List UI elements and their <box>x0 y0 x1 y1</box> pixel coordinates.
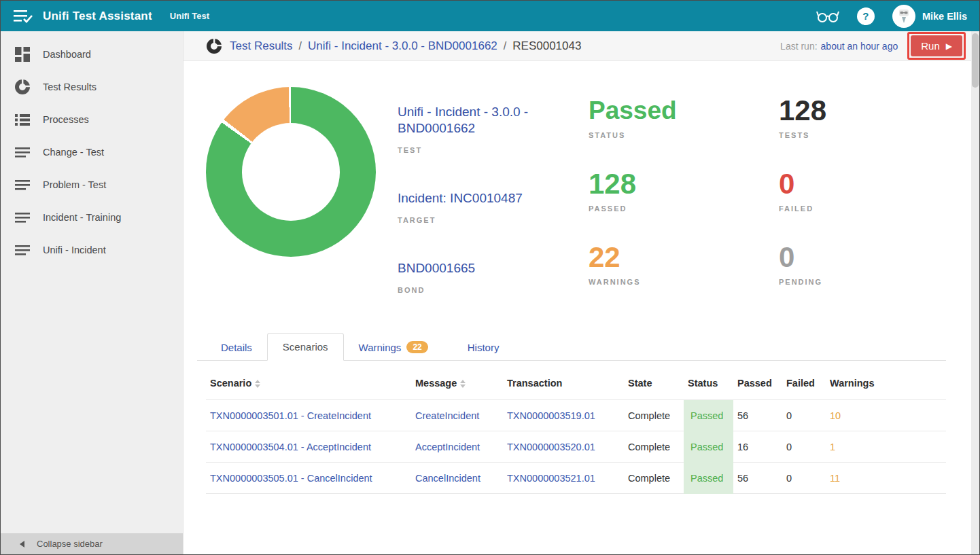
run-button-highlight-annotation: Run ▶ <box>907 32 966 60</box>
run-button[interactable]: Run ▶ <box>911 35 962 56</box>
stat-failed-value: 0 <box>779 168 969 200</box>
stat-warnings-value: 22 <box>589 241 779 274</box>
scenario-link[interactable]: TXN0000003504.01 - AcceptIncident <box>210 442 371 452</box>
app-subtitle: Unifi Test <box>170 11 209 21</box>
breadcrumb-link-test-results[interactable]: Test Results <box>230 39 293 52</box>
stat-passed: 128 PASSED <box>589 168 779 241</box>
top-header: Unifi Test Assistant Unifi Test ? <box>1 1 979 31</box>
run-button-label: Run <box>921 40 940 52</box>
failed-cell: 0 <box>782 463 826 494</box>
vertical-scrollbar[interactable] <box>971 31 979 554</box>
sort-icon[interactable] <box>460 380 466 388</box>
stat-pending-value: 0 <box>779 241 969 274</box>
table-header-row: Scenario Message Transaction State Statu… <box>206 367 946 400</box>
status-badge: Passed <box>684 400 733 431</box>
sidebar-item-problem-test[interactable]: Problem - Test <box>1 168 183 201</box>
tab-details-label: Details <box>221 342 252 353</box>
result-donut-chart <box>206 87 376 257</box>
scenario-link[interactable]: TXN0000003501.01 - CreateIncident <box>210 410 371 421</box>
collapse-sidebar-button[interactable]: Collapse sidebar <box>1 533 183 554</box>
tab-history[interactable]: History <box>453 334 514 361</box>
stat-passed-value: 128 <box>589 168 779 200</box>
passed-cell: 16 <box>733 431 782 463</box>
bond-label: BOND <box>398 286 557 294</box>
stat-tests-value: 128 <box>779 94 969 127</box>
table-row: TXN0000003505.01 - CancelIncident Cancel… <box>206 463 946 494</box>
message-link[interactable]: CreateIncident <box>415 410 479 421</box>
app-window: Unifi Test Assistant Unifi Test ? <box>0 0 980 555</box>
help-icon[interactable]: ? <box>857 7 875 25</box>
sidebar-item-label: Change - Test <box>43 147 104 158</box>
transaction-link[interactable]: TXN0000003520.01 <box>507 442 595 452</box>
transaction-link[interactable]: TXN0000003521.01 <box>507 473 595 484</box>
column-header-passed: Passed <box>733 367 782 400</box>
menu-toggle-icon[interactable] <box>13 8 33 24</box>
tab-details[interactable]: Details <box>206 334 267 361</box>
breadcrumb-link-test[interactable]: Unifi - Incident - 3.0.0 - BND0001662 <box>308 39 497 52</box>
scrollbar-thumb[interactable] <box>972 33 979 88</box>
last-run-label: Last run: <box>780 41 817 52</box>
warnings-cell: 10 <box>826 400 946 431</box>
test-label: TEST <box>398 146 557 154</box>
header-actions: ? Mike Ellis <box>816 5 967 28</box>
stat-failed: 0 FAILED <box>779 168 969 241</box>
breadcrumb: Test Results/Unifi - Incident - 3.0.0 - … <box>230 39 581 53</box>
stat-pending: 0 PENDING <box>779 241 969 315</box>
table-row: TXN0000003501.01 - CreateIncident Create… <box>206 400 946 431</box>
stat-tests-label: TESTS <box>779 131 969 139</box>
last-run-link[interactable]: about an hour ago <box>821 41 898 52</box>
sidebar-item-dashboard[interactable]: Dashboard <box>1 38 183 71</box>
breadcrumb-separator: / <box>293 40 308 52</box>
sidebar: Dashboard Test Results <box>1 31 183 554</box>
test-link[interactable]: Unifi - Incident - 3.0.0 - BND0001662 <box>398 104 557 137</box>
tab-scenarios[interactable]: Scenarios <box>267 333 344 361</box>
sidebar-item-unifi-incident[interactable]: Unifi - Incident <box>1 234 183 266</box>
play-icon: ▶ <box>946 41 952 51</box>
lines-icon <box>14 144 31 160</box>
target-info: Incident: INC0010487 TARGET <box>398 190 557 224</box>
message-link[interactable]: AcceptIncident <box>415 442 480 452</box>
transaction-link[interactable]: TXN0000003519.01 <box>507 410 595 421</box>
lines-icon <box>14 209 31 226</box>
sidebar-item-change-test[interactable]: Change - Test <box>1 136 183 168</box>
warnings-cell: 1 <box>826 431 946 463</box>
sidebar-item-test-results[interactable]: Test Results <box>1 71 183 103</box>
result-detail-panel: Unifi - Incident - 3.0.0 - BND0001662 TE… <box>183 62 971 554</box>
stat-pending-label: PENDING <box>779 278 969 286</box>
glasses-icon[interactable] <box>816 9 839 24</box>
failed-cell: 0 <box>782 400 826 431</box>
state-cell: Complete <box>624 431 684 463</box>
sidebar-item-label: Problem - Test <box>43 179 106 190</box>
sort-icon[interactable] <box>255 380 260 388</box>
result-donut-icon <box>207 39 222 54</box>
scenario-link[interactable]: TXN0000003505.01 - CancelIncident <box>210 473 372 484</box>
stat-failed-label: FAILED <box>779 204 969 213</box>
sidebar-item-label: Incident - Training <box>43 212 121 223</box>
tab-history-label: History <box>468 342 500 353</box>
state-cell: Complete <box>624 463 684 494</box>
user-menu[interactable]: Mike Ellis <box>892 5 967 28</box>
collapse-sidebar-label: Collapse sidebar <box>37 539 103 549</box>
user-name: Mike Ellis <box>922 11 967 22</box>
dashboard-icon <box>14 46 31 62</box>
passed-cell: 56 <box>733 400 782 431</box>
breadcrumb-current: RES0001043 <box>512 39 581 52</box>
stat-warnings-label: WARNINGS <box>589 278 779 286</box>
list-icon <box>14 111 31 128</box>
breadcrumb-bar: Test Results/Unifi - Incident - 3.0.0 - … <box>183 31 979 61</box>
status-badge: Passed <box>684 463 733 494</box>
sidebar-item-processes[interactable]: Processes <box>1 103 183 136</box>
sidebar-item-incident-training[interactable]: Incident - Training <box>1 201 183 234</box>
breadcrumb-separator: / <box>497 40 512 52</box>
stat-status-label: STATUS <box>589 131 779 139</box>
warnings-cell: 11 <box>826 463 946 494</box>
column-header-warnings: Warnings <box>826 367 946 400</box>
warnings-count-badge: 22 <box>406 341 427 353</box>
column-header-state: State <box>624 367 684 400</box>
message-link[interactable]: CancelIncident <box>415 473 480 484</box>
tab-scenarios-label: Scenarios <box>283 341 328 353</box>
bond-link[interactable]: BND0001665 <box>398 260 557 276</box>
tab-strip: Details Scenarios Warnings 22 History <box>197 332 946 361</box>
target-link[interactable]: Incident: INC0010487 <box>398 190 557 207</box>
tab-warnings[interactable]: Warnings 22 <box>344 334 443 361</box>
